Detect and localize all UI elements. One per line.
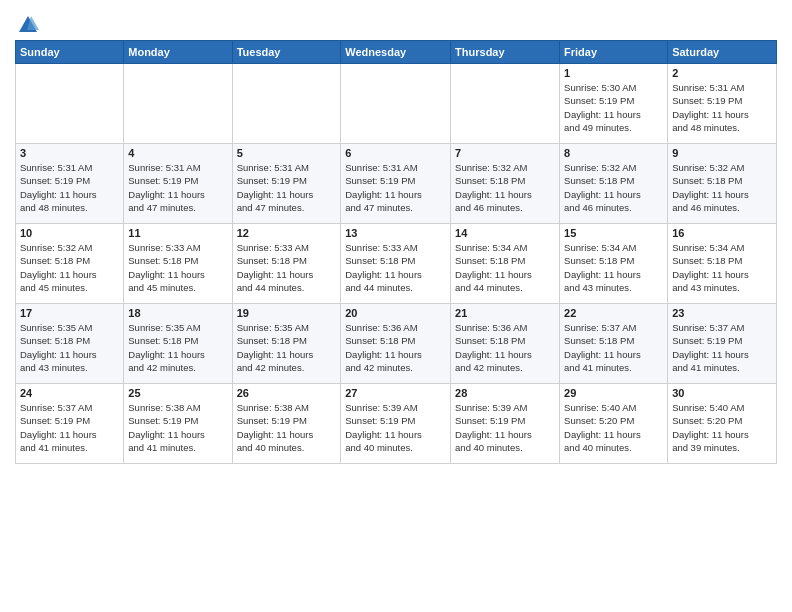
- day-number: 8: [564, 147, 663, 159]
- day-info: Sunrise: 5:31 AMSunset: 5:19 PMDaylight:…: [237, 161, 337, 214]
- week-row-3: 10Sunrise: 5:32 AMSunset: 5:18 PMDayligh…: [16, 224, 777, 304]
- calendar-cell: 11Sunrise: 5:33 AMSunset: 5:18 PMDayligh…: [124, 224, 232, 304]
- calendar-cell: 20Sunrise: 5:36 AMSunset: 5:18 PMDayligh…: [341, 304, 451, 384]
- calendar-cell: [341, 64, 451, 144]
- calendar-cell: 18Sunrise: 5:35 AMSunset: 5:18 PMDayligh…: [124, 304, 232, 384]
- calendar-cell: 22Sunrise: 5:37 AMSunset: 5:18 PMDayligh…: [560, 304, 668, 384]
- day-info: Sunrise: 5:32 AMSunset: 5:18 PMDaylight:…: [455, 161, 555, 214]
- day-number: 19: [237, 307, 337, 319]
- day-number: 7: [455, 147, 555, 159]
- day-number: 30: [672, 387, 772, 399]
- calendar-cell: 23Sunrise: 5:37 AMSunset: 5:19 PMDayligh…: [668, 304, 777, 384]
- header: [15, 10, 777, 36]
- day-number: 21: [455, 307, 555, 319]
- day-number: 27: [345, 387, 446, 399]
- day-info: Sunrise: 5:31 AMSunset: 5:19 PMDaylight:…: [672, 81, 772, 134]
- weekday-header-wednesday: Wednesday: [341, 41, 451, 64]
- day-number: 18: [128, 307, 227, 319]
- day-info: Sunrise: 5:34 AMSunset: 5:18 PMDaylight:…: [455, 241, 555, 294]
- day-info: Sunrise: 5:31 AMSunset: 5:19 PMDaylight:…: [345, 161, 446, 214]
- day-info: Sunrise: 5:35 AMSunset: 5:18 PMDaylight:…: [128, 321, 227, 374]
- calendar-cell: 6Sunrise: 5:31 AMSunset: 5:19 PMDaylight…: [341, 144, 451, 224]
- day-info: Sunrise: 5:31 AMSunset: 5:19 PMDaylight:…: [128, 161, 227, 214]
- weekday-row: SundayMondayTuesdayWednesdayThursdayFrid…: [16, 41, 777, 64]
- calendar-cell: 12Sunrise: 5:33 AMSunset: 5:18 PMDayligh…: [232, 224, 341, 304]
- calendar-cell: 13Sunrise: 5:33 AMSunset: 5:18 PMDayligh…: [341, 224, 451, 304]
- day-info: Sunrise: 5:39 AMSunset: 5:19 PMDaylight:…: [345, 401, 446, 454]
- calendar-cell: 16Sunrise: 5:34 AMSunset: 5:18 PMDayligh…: [668, 224, 777, 304]
- calendar-cell: [451, 64, 560, 144]
- week-row-4: 17Sunrise: 5:35 AMSunset: 5:18 PMDayligh…: [16, 304, 777, 384]
- calendar-table: SundayMondayTuesdayWednesdayThursdayFrid…: [15, 40, 777, 464]
- calendar-cell: 27Sunrise: 5:39 AMSunset: 5:19 PMDayligh…: [341, 384, 451, 464]
- calendar-cell: 24Sunrise: 5:37 AMSunset: 5:19 PMDayligh…: [16, 384, 124, 464]
- weekday-header-sunday: Sunday: [16, 41, 124, 64]
- day-info: Sunrise: 5:39 AMSunset: 5:19 PMDaylight:…: [455, 401, 555, 454]
- day-number: 15: [564, 227, 663, 239]
- calendar-cell: 25Sunrise: 5:38 AMSunset: 5:19 PMDayligh…: [124, 384, 232, 464]
- day-info: Sunrise: 5:30 AMSunset: 5:19 PMDaylight:…: [564, 81, 663, 134]
- calendar-cell: 29Sunrise: 5:40 AMSunset: 5:20 PMDayligh…: [560, 384, 668, 464]
- calendar-body: 1Sunrise: 5:30 AMSunset: 5:19 PMDaylight…: [16, 64, 777, 464]
- calendar-cell: 10Sunrise: 5:32 AMSunset: 5:18 PMDayligh…: [16, 224, 124, 304]
- week-row-5: 24Sunrise: 5:37 AMSunset: 5:19 PMDayligh…: [16, 384, 777, 464]
- calendar-cell: [16, 64, 124, 144]
- calendar-cell: 9Sunrise: 5:32 AMSunset: 5:18 PMDaylight…: [668, 144, 777, 224]
- day-number: 22: [564, 307, 663, 319]
- weekday-header-tuesday: Tuesday: [232, 41, 341, 64]
- logo-icon: [17, 14, 39, 36]
- calendar-cell: 1Sunrise: 5:30 AMSunset: 5:19 PMDaylight…: [560, 64, 668, 144]
- day-info: Sunrise: 5:36 AMSunset: 5:18 PMDaylight:…: [345, 321, 446, 374]
- day-number: 23: [672, 307, 772, 319]
- calendar-header: SundayMondayTuesdayWednesdayThursdayFrid…: [16, 41, 777, 64]
- calendar-cell: 15Sunrise: 5:34 AMSunset: 5:18 PMDayligh…: [560, 224, 668, 304]
- day-number: 26: [237, 387, 337, 399]
- day-number: 12: [237, 227, 337, 239]
- day-number: 1: [564, 67, 663, 79]
- day-number: 17: [20, 307, 119, 319]
- calendar-cell: [232, 64, 341, 144]
- day-number: 13: [345, 227, 446, 239]
- calendar-cell: 2Sunrise: 5:31 AMSunset: 5:19 PMDaylight…: [668, 64, 777, 144]
- weekday-header-thursday: Thursday: [451, 41, 560, 64]
- day-info: Sunrise: 5:34 AMSunset: 5:18 PMDaylight:…: [564, 241, 663, 294]
- page: SundayMondayTuesdayWednesdayThursdayFrid…: [0, 0, 792, 474]
- day-info: Sunrise: 5:37 AMSunset: 5:19 PMDaylight:…: [672, 321, 772, 374]
- calendar-cell: 8Sunrise: 5:32 AMSunset: 5:18 PMDaylight…: [560, 144, 668, 224]
- day-number: 3: [20, 147, 119, 159]
- weekday-header-monday: Monday: [124, 41, 232, 64]
- day-info: Sunrise: 5:38 AMSunset: 5:19 PMDaylight:…: [237, 401, 337, 454]
- day-number: 6: [345, 147, 446, 159]
- day-number: 5: [237, 147, 337, 159]
- day-number: 11: [128, 227, 227, 239]
- day-number: 14: [455, 227, 555, 239]
- calendar-cell: 5Sunrise: 5:31 AMSunset: 5:19 PMDaylight…: [232, 144, 341, 224]
- calendar-cell: [124, 64, 232, 144]
- day-info: Sunrise: 5:34 AMSunset: 5:18 PMDaylight:…: [672, 241, 772, 294]
- day-info: Sunrise: 5:31 AMSunset: 5:19 PMDaylight:…: [20, 161, 119, 214]
- day-number: 24: [20, 387, 119, 399]
- calendar-cell: 30Sunrise: 5:40 AMSunset: 5:20 PMDayligh…: [668, 384, 777, 464]
- day-number: 29: [564, 387, 663, 399]
- calendar-cell: 17Sunrise: 5:35 AMSunset: 5:18 PMDayligh…: [16, 304, 124, 384]
- day-number: 9: [672, 147, 772, 159]
- day-number: 2: [672, 67, 772, 79]
- calendar-cell: 21Sunrise: 5:36 AMSunset: 5:18 PMDayligh…: [451, 304, 560, 384]
- calendar-cell: 28Sunrise: 5:39 AMSunset: 5:19 PMDayligh…: [451, 384, 560, 464]
- day-info: Sunrise: 5:35 AMSunset: 5:18 PMDaylight:…: [237, 321, 337, 374]
- day-number: 16: [672, 227, 772, 239]
- day-info: Sunrise: 5:37 AMSunset: 5:18 PMDaylight:…: [564, 321, 663, 374]
- logo-area: [15, 14, 39, 36]
- day-number: 25: [128, 387, 227, 399]
- calendar-cell: 7Sunrise: 5:32 AMSunset: 5:18 PMDaylight…: [451, 144, 560, 224]
- calendar-cell: 26Sunrise: 5:38 AMSunset: 5:19 PMDayligh…: [232, 384, 341, 464]
- day-info: Sunrise: 5:33 AMSunset: 5:18 PMDaylight:…: [128, 241, 227, 294]
- day-info: Sunrise: 5:33 AMSunset: 5:18 PMDaylight:…: [237, 241, 337, 294]
- week-row-1: 1Sunrise: 5:30 AMSunset: 5:19 PMDaylight…: [16, 64, 777, 144]
- weekday-header-friday: Friday: [560, 41, 668, 64]
- day-info: Sunrise: 5:38 AMSunset: 5:19 PMDaylight:…: [128, 401, 227, 454]
- day-info: Sunrise: 5:33 AMSunset: 5:18 PMDaylight:…: [345, 241, 446, 294]
- calendar-cell: 19Sunrise: 5:35 AMSunset: 5:18 PMDayligh…: [232, 304, 341, 384]
- calendar-cell: 4Sunrise: 5:31 AMSunset: 5:19 PMDaylight…: [124, 144, 232, 224]
- logo: [15, 14, 39, 36]
